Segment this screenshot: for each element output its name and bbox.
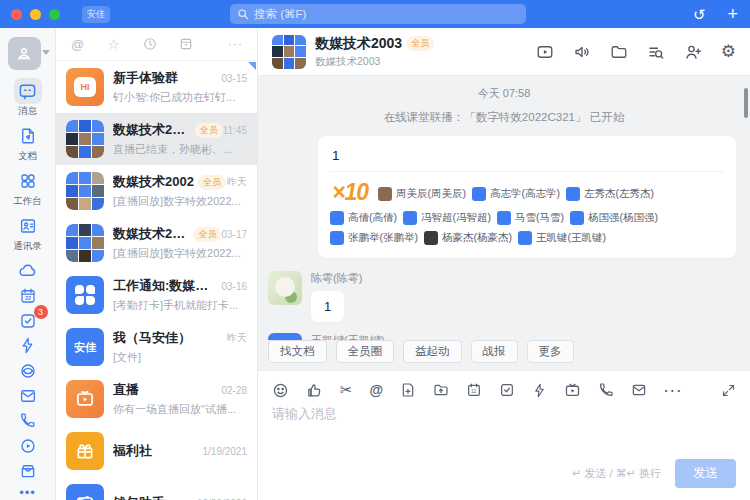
archive-filter-icon[interactable] <box>178 37 193 52</box>
member-chip[interactable]: 高志学(高志学) <box>472 187 560 201</box>
calendar-icon[interactable]: 12 <box>466 382 482 398</box>
quick-action-circle[interactable]: 全员圈 <box>336 340 395 363</box>
wallet-avatar <box>66 484 104 500</box>
live-tv-icon[interactable] <box>564 382 581 399</box>
conversation-list-toolbar: @ ☆ ··· <box>56 28 257 61</box>
avatar <box>403 211 417 225</box>
sidebar-item-clouddisk[interactable] <box>15 258 41 283</box>
all-staff-badge: 全员 <box>195 123 223 138</box>
chat-list-item-2004[interactable]: 数媒技术2004全员03-17 [直播回放]数字特效2022... <box>56 217 257 269</box>
chat-pane: 数媒技术2003 全员 数媒技术2003 ⚙ 今天 07:58 在线课堂联播：「… <box>258 28 750 500</box>
sidebar-item-docs[interactable]: 文档 <box>14 123 42 163</box>
chat-list-item-2003[interactable]: 数媒技术2003全员11:45 直播已结束，孙晓彬、... <box>56 113 257 165</box>
member-chip[interactable]: 杨豪杰(杨豪杰) <box>424 231 512 245</box>
plus-icon[interactable]: + <box>727 5 738 23</box>
sidebar-more-icon[interactable]: ••• <box>19 485 36 500</box>
sidebar: 消息 文档 工作台 通讯录 <box>0 28 56 500</box>
chat-search-icon[interactable] <box>647 43 665 61</box>
chat-list-item-newbie[interactable]: HI 新手体验群03-15 钉小智:你已成功在钉钉... <box>56 61 257 113</box>
contact-card-icon <box>14 213 42 239</box>
sidebar-item-phone[interactable] <box>15 408 41 433</box>
chat-list-item-welfare[interactable]: 福利社1/19/2021 <box>56 425 257 477</box>
zoom-window-button[interactable] <box>49 9 60 20</box>
member-chip[interactable]: 马雪(马雪) <box>497 211 564 225</box>
more-icon[interactable]: ··· <box>664 383 683 398</box>
flash-icon[interactable] <box>532 383 547 398</box>
chat-list-item-2002[interactable]: 数媒技术2002全员昨天 [直播回放]数字特效2022... <box>56 165 257 217</box>
group-avatar <box>66 224 104 262</box>
member-chip[interactable]: 王凯键(王凯键) <box>518 231 606 245</box>
quick-action-charity[interactable]: 益起动 <box>403 340 462 363</box>
gear-icon[interactable]: ⚙ <box>721 41 736 62</box>
emoji-icon[interactable] <box>272 382 289 399</box>
sender-avatar[interactable] <box>268 333 302 340</box>
mail-icon[interactable] <box>631 382 647 398</box>
chat-list-item-self[interactable]: 安佳 我（马安佳）昨天 [文件] <box>56 321 257 373</box>
sidebar-item-drawer[interactable] <box>15 458 41 483</box>
avatar <box>378 187 392 201</box>
phone-call-icon[interactable] <box>598 382 614 398</box>
sidebar-item-todo[interactable]: 3 <box>15 308 41 333</box>
sidebar-item-contacts[interactable]: 通讯录 <box>13 213 42 253</box>
sidebar-item-flash[interactable] <box>15 333 41 358</box>
window-controls[interactable] <box>11 9 60 20</box>
more-icon[interactable]: ··· <box>228 37 243 52</box>
global-search[interactable] <box>230 4 526 24</box>
work-notice-avatar <box>66 276 104 314</box>
member-chip[interactable]: 杨国强(杨国强) <box>570 211 658 225</box>
star-filter-icon[interactable]: ☆ <box>106 37 121 52</box>
sidebar-item-disc[interactable] <box>15 358 41 383</box>
org-switcher[interactable] <box>8 37 48 70</box>
avatar <box>424 231 438 245</box>
member-chip[interactable]: 高倩(高倩) <box>330 211 397 225</box>
avatar <box>330 211 344 225</box>
sidebar-item-calendar[interactable]: 22 <box>15 283 41 308</box>
sender-name: 王凯键(王凯键) <box>311 333 384 340</box>
sidebar-item-mail[interactable] <box>15 383 41 408</box>
folder-icon[interactable] <box>610 43 628 61</box>
system-message: 在线课堂联播：「数字特效2022C321」 已开始 <box>258 110 750 125</box>
member-chip[interactable]: 左秀杰(左秀杰) <box>566 187 654 201</box>
member-chip[interactable]: 冯智超(冯智超) <box>403 211 491 225</box>
member-chip[interactable]: 周美辰(周美辰) <box>378 187 466 201</box>
sidebar-item-messages[interactable]: 消息 <box>14 78 42 118</box>
quick-action-report[interactable]: 战报 <box>471 340 518 363</box>
group-avatar <box>66 172 104 210</box>
sidebar-item-replay[interactable] <box>15 433 41 458</box>
task-check-icon[interactable] <box>499 382 515 398</box>
sender-avatar[interactable] <box>268 271 302 305</box>
sidebar-item-workbench[interactable]: 工作台 <box>13 168 42 208</box>
close-window-button[interactable] <box>11 9 22 20</box>
mention-icon[interactable]: @ <box>370 382 384 398</box>
clock-filter-icon[interactable] <box>142 37 157 52</box>
svg-text:22: 22 <box>25 295 31 301</box>
history-icon[interactable]: ↺ <box>693 7 706 22</box>
screenshot-scissors-icon[interactable]: ✂ <box>340 381 353 399</box>
mention-filter-icon[interactable]: @ <box>70 37 85 52</box>
file-plus-icon[interactable] <box>400 382 416 398</box>
live-avatar <box>66 380 104 418</box>
message-partial: 王凯键(王凯键) <box>268 333 750 340</box>
send-button[interactable]: 发送 <box>675 459 736 488</box>
chat-list-item-worknotice[interactable]: 工作通知:数媒技术...03-16 [考勤打卡]手机就能打卡... <box>56 269 257 321</box>
message-input[interactable] <box>272 405 736 457</box>
liked-members: ×10 周美辰(周美辰) 高志学(高志学) 左秀杰(左秀杰) 高倩(高倩) 冯智… <box>330 179 724 248</box>
like-multiplier: ×10 <box>332 179 368 206</box>
like-card[interactable]: 1 ×10 周美辰(周美辰) 高志学(高志学) 左秀杰(左秀杰) 高倩(高倩) … <box>318 136 736 258</box>
quick-action-find-doc[interactable]: 找文档 <box>268 340 327 363</box>
speaker-icon[interactable] <box>573 43 591 61</box>
composer-footer: ↵ 发送 / ⌘↵ 换行 发送 <box>258 459 750 500</box>
thumbs-up-icon[interactable] <box>306 382 323 399</box>
quick-action-more[interactable]: 更多 <box>527 340 574 363</box>
live-video-icon[interactable] <box>536 43 554 61</box>
member-chip[interactable]: 张鹏举(张鹏举) <box>330 231 418 245</box>
search-input[interactable] <box>254 8 519 20</box>
folder-upload-icon[interactable] <box>433 382 449 398</box>
message-bubble[interactable]: 1 <box>311 291 344 322</box>
scrollbar-thumb[interactable] <box>744 88 748 118</box>
chat-list-item-wallet[interactable]: 钱包助手12/23/2020 <box>56 477 257 500</box>
expand-icon[interactable] <box>721 383 736 398</box>
add-member-icon[interactable] <box>684 43 702 61</box>
minimize-window-button[interactable] <box>30 9 41 20</box>
chat-list-item-live[interactable]: 直播02-28 你有一场直播回放"试播... <box>56 373 257 425</box>
